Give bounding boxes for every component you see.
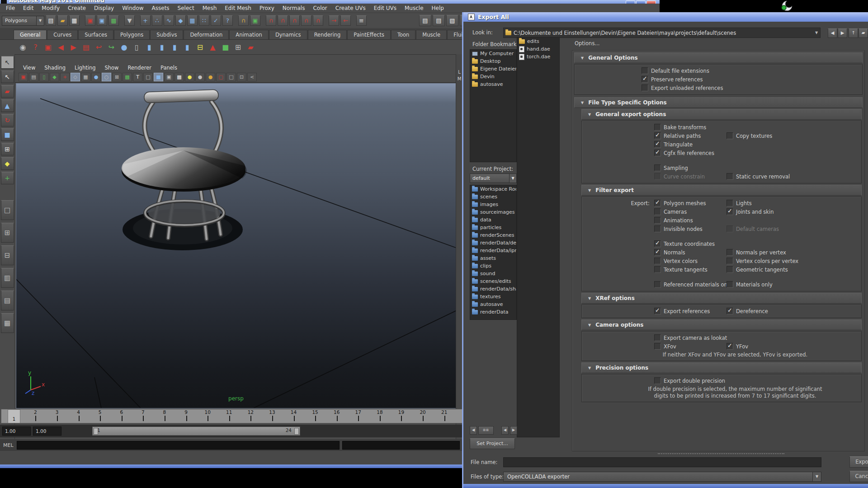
shelf-tab[interactable]: Deformation — [184, 30, 229, 39]
ipr-render-icon[interactable]: ▤ — [433, 15, 445, 26]
current-project-combo[interactable]: default ▼ — [470, 174, 517, 183]
set-project-button[interactable]: Set Project... — [470, 438, 515, 449]
universal-manipulator-tool[interactable]: ⊞ — [1, 143, 14, 155]
menu-item[interactable]: Proxy — [255, 5, 278, 11]
export-button[interactable]: Export — [849, 456, 868, 468]
lattice-icon[interactable]: ▦ — [187, 15, 198, 26]
snap-combo-icon[interactable]: ▼ — [124, 15, 135, 26]
menu-item[interactable]: File — [2, 5, 19, 11]
select-object-mode-icon[interactable]: ▣ — [85, 15, 95, 26]
maya-titlebar[interactable]: Autodesk Maya 2011 Unlimited — [0, 0, 660, 4]
checkbox[interactable] — [654, 150, 661, 156]
menu-item[interactable]: Edit UVs — [370, 5, 401, 11]
rotate-tool[interactable]: ↻ — [1, 114, 14, 127]
node-editor-icon[interactable]: ⊟ — [194, 41, 206, 53]
snap-to-grid-icon[interactable]: ∩ — [266, 15, 276, 26]
shaded-icon[interactable]: ■ — [154, 73, 163, 81]
input-connections-icon[interactable]: → — [329, 15, 339, 26]
move-plus-icon[interactable]: + — [140, 15, 151, 26]
sphere-icon[interactable]: ● — [118, 41, 130, 53]
wireframe-icon[interactable]: □ — [143, 73, 153, 81]
project-folder-item[interactable]: assets — [470, 254, 516, 262]
viewport-menu-item[interactable]: View — [19, 65, 40, 71]
menu-item[interactable]: Display — [90, 5, 118, 11]
highlight-selection-icon[interactable]: ▣ — [250, 15, 260, 26]
bucket2-icon[interactable]: ▮ — [156, 41, 168, 53]
project-folder-item[interactable]: data — [470, 216, 516, 224]
viewport-menu-item[interactable]: Shading — [40, 65, 70, 71]
pager-left-icon[interactable]: ◀ — [470, 426, 477, 435]
project-folder-item[interactable]: renderData/dep — [470, 239, 516, 247]
files-of-type-combo[interactable]: OpenCOLLADA exporter ▼ — [503, 472, 821, 482]
bookmark-icon[interactable]: ▯ — [39, 73, 49, 81]
lock-icon[interactable]: ∩ — [238, 15, 249, 26]
camera-attrs-icon[interactable]: ▤ — [29, 73, 38, 81]
file-name-input[interactable] — [503, 457, 821, 467]
section-header-precision[interactable]: ▼ Precision options — [581, 362, 862, 373]
camera-keyframe-icon[interactable]: ▣ — [42, 41, 54, 53]
shelf-tab[interactable]: Curves — [47, 30, 78, 39]
forward-button[interactable]: ▶ — [838, 28, 847, 38]
project-folder-item[interactable]: particles — [470, 224, 516, 231]
film-gate-icon[interactable]: ▦ — [81, 73, 90, 81]
bookmark-item[interactable]: Devin — [470, 73, 516, 80]
shelf-tab[interactable]: Polygons — [114, 30, 150, 39]
up-directory-button[interactable]: ↑ — [849, 28, 858, 38]
snap-to-curve-icon[interactable]: ∩ — [278, 15, 288, 26]
move-tool[interactable]: ▲ — [1, 99, 14, 112]
shelf-tab[interactable]: Subdivs — [150, 30, 183, 39]
film-reel-icon[interactable]: ◉ — [17, 41, 28, 53]
checkbox[interactable] — [654, 173, 661, 180]
viewport-menu-item[interactable]: Panels — [156, 65, 182, 71]
layout-hypershade-persp[interactable]: ▤ — [1, 291, 14, 310]
bookmark-item[interactable]: My Computer — [470, 50, 516, 57]
back-button[interactable]: ◀ — [828, 28, 837, 38]
undo-icon[interactable]: ↩ — [93, 41, 104, 53]
layout-four-pane[interactable]: ⊞ — [1, 223, 14, 243]
output-connections-icon[interactable]: ← — [340, 15, 351, 26]
menu-set-selector[interactable]: Polygons ▼ — [2, 16, 44, 26]
cube-green-icon[interactable]: ■ — [220, 41, 231, 53]
help-mode-icon[interactable]: ? — [222, 15, 233, 26]
shelf-tab[interactable]: Rendering — [308, 30, 347, 39]
bucket1-icon[interactable]: ▮ — [144, 41, 155, 53]
shelf-tab[interactable]: General — [14, 30, 47, 39]
isolate-select-icon[interactable]: ▢ — [216, 73, 226, 81]
pager-grid-icon[interactable]: ⊞⊞ — [478, 426, 494, 435]
menu-item[interactable]: Window — [118, 5, 147, 11]
redo-icon[interactable]: ↪ — [106, 41, 117, 53]
particle-icon[interactable]: ∷ — [199, 15, 209, 26]
menu-item[interactable]: Help — [428, 5, 448, 11]
shelf-tab[interactable]: PaintEffects — [347, 30, 391, 39]
range-end-handle[interactable] — [294, 428, 299, 435]
xray-icon[interactable]: □ — [226, 73, 236, 81]
viewport-menu-item[interactable]: Show — [100, 65, 123, 71]
new-scene-icon[interactable]: ▤ — [46, 15, 56, 26]
file-item[interactable]: edits — [517, 38, 559, 45]
layout-persp-graph[interactable]: ▥ — [1, 268, 14, 288]
layout-single-pane[interactable]: □ — [1, 200, 14, 220]
menu-item[interactable]: Color — [309, 5, 331, 11]
resize-handle[interactable] — [658, 453, 784, 454]
section-header-filter-export[interactable]: ▼ Filter export — [581, 185, 862, 196]
checkbox[interactable] — [642, 76, 648, 83]
checkbox[interactable] — [642, 67, 648, 74]
minimize-button[interactable] — [626, 0, 635, 4]
viewport-menu-item[interactable]: Renderer — [123, 65, 156, 71]
project-folder-item[interactable]: autosave — [470, 300, 516, 308]
gate-mask-icon[interactable]: ● — [91, 73, 101, 81]
range-start-handle[interactable] — [94, 428, 98, 435]
menu-item[interactable]: Edit Mesh — [221, 5, 255, 11]
section-header-general-options[interactable]: ▼ General Options — [574, 52, 863, 63]
field-chart-icon[interactable]: ○ — [102, 73, 111, 81]
ep-curve-icon[interactable]: ∿ — [164, 15, 174, 26]
project-folder-item[interactable]: renderData/iprI — [470, 247, 516, 254]
project-folder-item[interactable]: renderData/sha — [470, 285, 516, 293]
menu-item[interactable]: Modify — [38, 5, 64, 11]
command-language-label[interactable]: MEL — [0, 442, 17, 448]
shelf-tab[interactable]: Dynamics — [269, 30, 307, 39]
checkbox[interactable] — [654, 343, 661, 350]
image-plane-icon[interactable]: ◆ — [50, 73, 59, 81]
checkbox[interactable] — [726, 249, 733, 256]
snap-to-point-icon[interactable]: ∩ — [289, 15, 300, 26]
